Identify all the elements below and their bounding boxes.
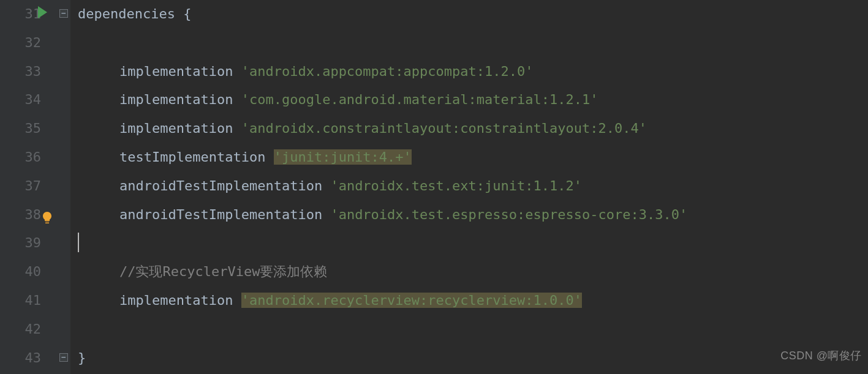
code-line[interactable]: testImplementation 'junit:junit:4.+' xyxy=(78,143,868,172)
line-number: 31 xyxy=(0,0,58,29)
brace: } xyxy=(78,350,86,365)
line-number: 32 xyxy=(0,29,58,58)
code-editor[interactable]: 31 32 33 34 35 36 37 38 39 40 41 42 43 d… xyxy=(0,0,868,374)
line-number: 33 xyxy=(0,58,58,86)
code-line[interactable]: implementation 'com.google.android.mater… xyxy=(78,86,868,114)
code-line[interactable] xyxy=(78,29,868,58)
code-line[interactable]: } xyxy=(78,344,868,373)
line-number: 42 xyxy=(0,315,58,344)
code-line[interactable] xyxy=(78,229,868,258)
method-call: androidTestImplementation xyxy=(119,178,322,193)
code-line[interactable]: androidTestImplementation 'androidx.test… xyxy=(78,172,868,201)
gutter: 31 32 33 34 35 36 37 38 39 40 41 42 43 xyxy=(0,0,58,374)
code-line[interactable] xyxy=(78,315,868,344)
string-literal: 'androidx.constraintlayout:constraintlay… xyxy=(241,121,647,136)
run-icon[interactable] xyxy=(38,6,47,18)
code-line[interactable]: implementation 'androidx.constraintlayou… xyxy=(78,114,868,143)
fold-toggle-icon[interactable] xyxy=(59,9,68,18)
intention-bulb-icon[interactable] xyxy=(40,207,55,222)
string-literal: 'junit:junit:4.+' xyxy=(274,149,412,165)
svg-rect-0 xyxy=(45,222,49,222)
line-number: 39 xyxy=(0,229,58,258)
line-number: 43 xyxy=(0,344,58,373)
code-line[interactable]: implementation 'androidx.appcompat:appco… xyxy=(78,58,868,86)
keyword: dependencies xyxy=(78,6,175,21)
code-line[interactable]: implementation 'androidx.recyclerview:re… xyxy=(78,286,868,315)
method-call: androidTestImplementation xyxy=(119,207,322,222)
brace: { xyxy=(183,6,191,21)
code-area[interactable]: dependencies { implementation 'androidx.… xyxy=(70,0,868,374)
string-literal: 'com.google.android.material:material:1.… xyxy=(241,92,598,107)
line-number: 34 xyxy=(0,86,58,114)
line-number: 37 xyxy=(0,172,58,201)
fold-toggle-icon[interactable] xyxy=(59,353,68,362)
line-number: 40 xyxy=(0,258,58,286)
line-number: 35 xyxy=(0,114,58,143)
code-line[interactable]: androidTestImplementation 'androidx.test… xyxy=(78,201,868,230)
string-literal: 'androidx.test.ext:junit:1.1.2' xyxy=(330,178,582,193)
text-caret xyxy=(78,233,79,252)
comment: //实现RecyclerView要添加依赖 xyxy=(119,264,327,279)
code-line[interactable]: dependencies { xyxy=(78,0,868,29)
method-call: implementation xyxy=(119,121,233,136)
line-number: 41 xyxy=(0,286,58,315)
method-call: implementation xyxy=(119,293,233,308)
fold-column xyxy=(58,0,70,374)
method-call: testImplementation xyxy=(119,149,265,165)
string-literal: 'androidx.recyclerview:recyclerview:1.0.… xyxy=(241,293,582,308)
code-line[interactable]: //实现RecyclerView要添加依赖 xyxy=(78,258,868,286)
watermark: CSDN @啊俊仔 xyxy=(780,342,862,370)
string-literal: 'androidx.test.espresso:espresso-core:3.… xyxy=(330,207,687,222)
string-literal: 'androidx.appcompat:appcompat:1.2.0' xyxy=(241,64,534,79)
line-number: 36 xyxy=(0,143,58,172)
method-call: implementation xyxy=(119,92,233,107)
method-call: implementation xyxy=(119,64,233,79)
